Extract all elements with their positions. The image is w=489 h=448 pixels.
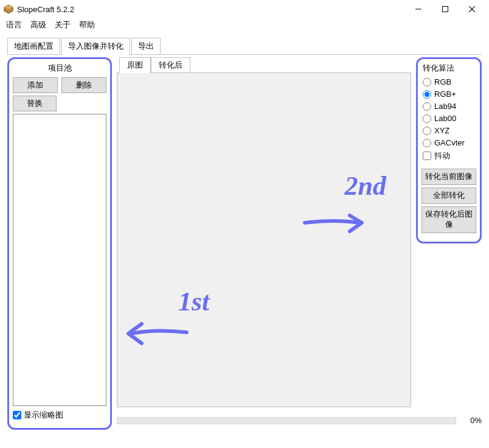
replace-button[interactable]: 替换: [13, 96, 57, 111]
annotation-first: 1st: [178, 286, 209, 317]
tab-export[interactable]: 导出: [131, 38, 161, 54]
show-thumbnail-input[interactable]: [13, 411, 21, 419]
minimize-button[interactable]: [405, 0, 432, 18]
progress-percent: 0%: [460, 416, 482, 425]
tab-converted[interactable]: 转化后: [151, 57, 190, 73]
menu-about[interactable]: 关于: [55, 19, 71, 30]
menu-help[interactable]: 帮助: [79, 19, 95, 30]
tab-import-convert[interactable]: 导入图像并转化: [61, 38, 130, 55]
show-thumbnail-checkbox[interactable]: 显示缩略图: [13, 410, 106, 421]
svg-rect-3: [443, 7, 448, 12]
add-button[interactable]: 添加: [13, 77, 58, 93]
radio-gacvter[interactable]: GACvter: [423, 138, 476, 147]
conversion-algorithm-panel: 转化算法 RGB RGB+ Lab94 Lab00 XYZ GACvter 抖动…: [416, 57, 482, 243]
menu-advanced[interactable]: 高级: [30, 19, 46, 30]
dither-checkbox[interactable]: 抖动: [423, 150, 476, 161]
image-canvas: 2nd 1st: [117, 72, 411, 407]
annotation-second-arrow-icon: [301, 211, 368, 237]
project-listbox[interactable]: [13, 114, 106, 406]
convert-current-button[interactable]: 转化当前图像: [421, 169, 476, 185]
tab-original[interactable]: 原图: [119, 57, 151, 73]
radio-rgb-plus[interactable]: RGB+: [423, 89, 476, 99]
save-converted-button[interactable]: 保存转化后图像: [421, 206, 476, 233]
project-pool-title: 项目池: [13, 61, 106, 77]
radio-rgb[interactable]: RGB: [423, 77, 476, 86]
maximize-button[interactable]: [432, 0, 459, 18]
project-pool-panel: 项目池 添加 删除 替换 显示缩略图: [7, 57, 112, 430]
menu-language[interactable]: 语言: [6, 19, 22, 30]
app-icon: [4, 4, 13, 14]
progress-bar: [117, 417, 456, 424]
show-thumbnail-label: 显示缩略图: [24, 410, 63, 421]
radio-xyz[interactable]: XYZ: [423, 126, 476, 135]
tab-map-config[interactable]: 地图画配置: [7, 38, 60, 54]
convert-all-button[interactable]: 全部转化: [421, 187, 476, 204]
delete-button[interactable]: 删除: [61, 77, 106, 93]
annotation-first-arrow-icon: [123, 319, 190, 349]
close-button[interactable]: [459, 0, 485, 18]
algorithm-title: 转化算法: [421, 63, 476, 74]
window-title: SlopeCraft 5.2.2: [17, 5, 405, 14]
annotation-second: 2nd: [345, 170, 386, 201]
radio-lab00[interactable]: Lab00: [423, 114, 476, 123]
radio-lab94[interactable]: Lab94: [423, 102, 476, 111]
